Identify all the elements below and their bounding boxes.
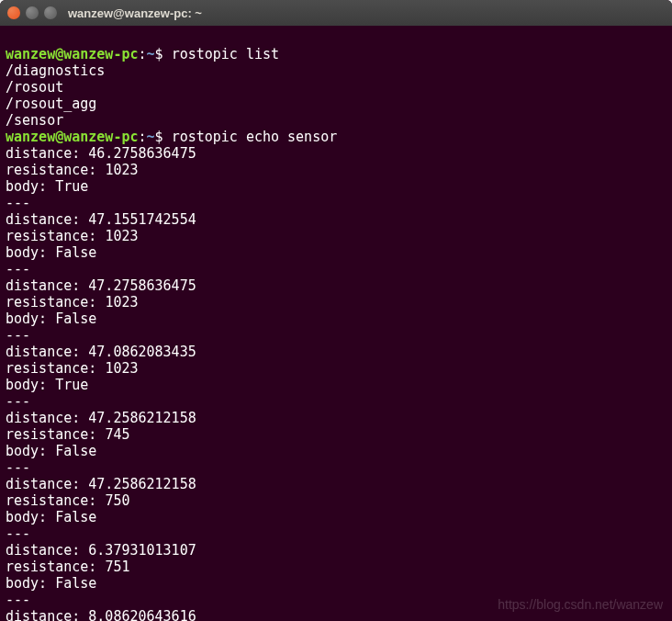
- separator: ---: [6, 327, 30, 344]
- terminal-window: wanzew@wanzew-pc: ~ wanzew@wanzew-pc:~$ …: [0, 0, 672, 621]
- output-line: distance: 47.2586212158: [6, 410, 196, 426]
- output-line: resistance: 750: [6, 492, 129, 509]
- output-line: resistance: 1023: [6, 360, 139, 377]
- prompt-user: wanzew@wanzew-pc: [6, 129, 139, 145]
- separator: ---: [6, 459, 30, 476]
- prompt-path: ~: [147, 46, 155, 62]
- output-line: distance: 47.0862083435: [6, 344, 196, 360]
- output-line: /rosout: [6, 79, 63, 96]
- titlebar: wanzew@wanzew-pc: ~: [0, 0, 672, 26]
- separator: ---: [6, 592, 30, 608]
- prompt-dollar: $: [155, 46, 163, 62]
- window-title: wanzew@wanzew-pc: ~: [68, 6, 202, 20]
- output-line: resistance: 745: [6, 426, 129, 443]
- output-line: /diagnostics: [6, 62, 105, 79]
- prompt-line: wanzew@wanzew-pc:~$ rostopic list: [6, 46, 279, 62]
- prompt-colon: :: [139, 46, 147, 62]
- prompt-dollar: $: [155, 129, 163, 145]
- terminal-content[interactable]: wanzew@wanzew-pc:~$ rostopic list /diagn…: [0, 26, 672, 621]
- close-icon[interactable]: [7, 6, 20, 19]
- output-line: resistance: 751: [6, 559, 129, 575]
- output-line: distance: 47.2758636475: [6, 277, 196, 294]
- output-line: distance: 47.1551742554: [6, 211, 196, 228]
- output-line: body: True: [6, 377, 88, 393]
- separator: ---: [6, 393, 30, 410]
- output-line: body: False: [6, 310, 96, 327]
- prompt-line: wanzew@wanzew-pc:~$ rostopic echo sensor: [6, 129, 337, 145]
- minimize-icon[interactable]: [26, 6, 39, 19]
- command-text: rostopic list: [172, 46, 279, 62]
- output-line: distance: 47.2586212158: [6, 476, 196, 492]
- output-line: resistance: 1023: [6, 162, 139, 178]
- output-line: resistance: 1023: [6, 228, 139, 244]
- prompt-colon: :: [139, 129, 147, 145]
- output-line: distance: 6.37931013107: [6, 542, 196, 559]
- output-line: body: False: [6, 244, 96, 261]
- window-controls: [7, 6, 57, 19]
- maximize-icon[interactable]: [44, 6, 57, 19]
- output-line: distance: 8.08620643616: [6, 608, 196, 621]
- command-text: rostopic echo sensor: [172, 129, 338, 145]
- prompt-path: ~: [147, 129, 155, 145]
- separator: ---: [6, 525, 30, 542]
- output-line: body: False: [6, 575, 96, 592]
- output-line: /rosout_agg: [6, 96, 96, 112]
- output-line: resistance: 1023: [6, 294, 139, 310]
- output-line: /sensor: [6, 112, 63, 129]
- output-line: body: False: [6, 443, 96, 459]
- separator: ---: [6, 261, 30, 277]
- separator: ---: [6, 195, 30, 211]
- output-line: distance: 46.2758636475: [6, 145, 196, 162]
- prompt-user: wanzew@wanzew-pc: [6, 46, 139, 62]
- output-line: body: False: [6, 509, 96, 525]
- output-line: body: True: [6, 178, 88, 195]
